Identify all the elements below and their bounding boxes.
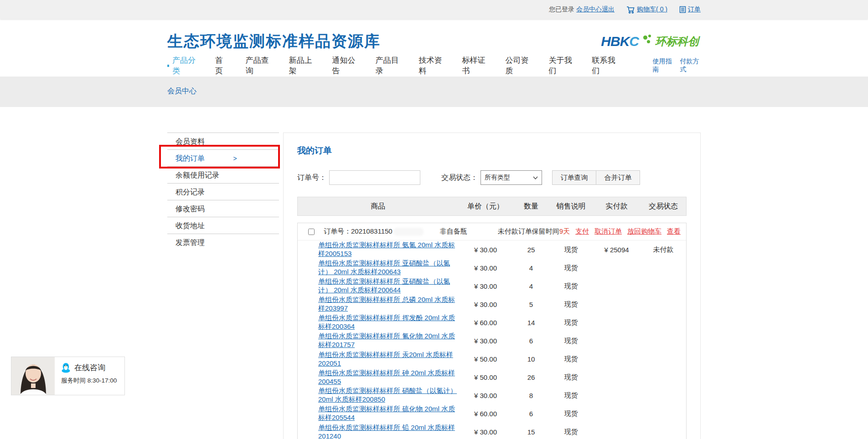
order-item-row: 单组份水质监测标样标样所 氟化物 20ml 水质标样201757 ¥ 30.00… (298, 332, 686, 350)
order-item-row: 单组份水质监测标样标样所 汞20ml 水质标样202051 ¥ 50.00 10… (298, 350, 686, 368)
product-link[interactable]: 单组份水质监测标样标样所 总磷 20ml 水质标样203997 (318, 296, 455, 312)
chat-title: 在线咨询 (74, 362, 105, 373)
item-sale-note: 现货 (549, 428, 593, 436)
trade-status-select[interactable]: 所有类型 (480, 170, 542, 185)
orders-panel: 我的订单 订单号： 交易状态： 所有类型 订单查询 合并订单 商品 (283, 133, 701, 439)
pay-link[interactable]: 支付 (575, 227, 589, 236)
col-header-trade-status: 交易状态 (641, 202, 686, 211)
orders-table-header: 商品 单价（元） 数量 销售说明 实付款 交易状态 (297, 197, 687, 216)
member-sidebar: 会员资料 我的订单 > 余额使用记录 积分记录 修改密码 收货地址 发票管理 (167, 133, 279, 439)
nav-item-contact-us[interactable]: 联系我们 (592, 55, 618, 76)
nav-item-qualifications[interactable]: 公司资质 (505, 55, 531, 76)
nav-payment-method-link[interactable]: 付款方式 (680, 57, 701, 74)
orders-link[interactable]: 订单 (688, 5, 701, 14)
cart-link[interactable]: 购物车( 0 ) (637, 5, 667, 14)
col-header-paid-amount: 实付款 (593, 202, 641, 211)
site-header: 生态环境监测标准样品资源库 HBKC 环标科创 产品分类 首页 产品查询 新品上… (0, 19, 868, 76)
order-no-text: 订单号：20210831150 (324, 227, 393, 236)
member-center-logout-link[interactable]: 会员中心退出 (576, 5, 615, 14)
chevron-down-icon (533, 174, 538, 181)
item-unit-price: ¥ 30.00 (458, 428, 513, 436)
page-title: 我的订单 (297, 145, 687, 157)
order-item-row: 单组份水质监测标样标样所 亚硝酸盐（以氮计） 20ml 水质标样200643 ¥… (298, 259, 686, 277)
product-link[interactable]: 单组份水质监测标样标样所 氟化物 20ml 水质标样201757 (318, 332, 455, 348)
item-unit-price: ¥ 50.00 (458, 355, 513, 363)
order-search-button[interactable]: 订单查询 (552, 170, 596, 185)
item-quantity: 8 (513, 392, 549, 399)
nav-item-technical-docs[interactable]: 技术资料 (418, 55, 444, 76)
online-chat-widget[interactable]: 在线咨询 服务时间 8:30-17:00 (11, 357, 125, 395)
product-link[interactable]: 单组份水质监测标样标样所 硫化物 20ml 水质标样205544 (318, 405, 455, 421)
col-header-sale-note: 销售说明 (549, 202, 593, 211)
item-sale-note: 现货 (549, 318, 593, 327)
item-unit-price: ¥ 30.00 (458, 246, 513, 254)
nav-item-home[interactable]: 首页 (215, 55, 228, 76)
retention-text: 未付款订单保留时间9天 (498, 227, 570, 236)
qq-icon (61, 362, 71, 373)
sidebar-item-points-records[interactable]: 积分记录 (167, 183, 279, 200)
nav-item-announcements[interactable]: 通知公告 (332, 55, 358, 76)
item-sale-note: 现货 (549, 245, 593, 254)
bullet-square-icon (167, 65, 169, 67)
item-unit-price: ¥ 60.00 (458, 410, 513, 418)
login-status-group: 您已登录 会员中心退出 (549, 5, 615, 14)
view-link[interactable]: 查看 (667, 227, 681, 236)
nav-item-about-us[interactable]: 关于我们 (548, 55, 574, 76)
nav-item-product-catalog[interactable]: 产品目录 (376, 55, 402, 76)
item-sale-note: 现货 (549, 355, 593, 363)
sidebar-item-shipping-address[interactable]: 收货地址 (167, 217, 279, 234)
return-to-cart-link[interactable]: 放回购物车 (627, 227, 661, 236)
nav-item-new-arrivals[interactable]: 新品上架 (289, 55, 315, 76)
product-link[interactable]: 单组份水质监测标样标样所 硝酸盐（以氮计） 20ml 水质标样200850 (318, 387, 457, 403)
nav-product-category[interactable]: 产品分类 (167, 55, 198, 76)
sidebar-item-arrow: > (233, 155, 237, 162)
product-link[interactable]: 单组份水质监测标样标样所 铅 20ml 水质标样201240 (318, 424, 455, 439)
chat-service-time: 服务时间 8:30-17:00 (61, 377, 124, 385)
sidebar-item-my-orders[interactable]: 我的订单 > (167, 149, 279, 166)
product-link[interactable]: 单组份水质监测标样标样所 挥发酚 20ml 水质标样200364 (318, 314, 455, 330)
order-no-label: 订单号： (297, 173, 326, 183)
nav-product-category-label: 产品分类 (172, 55, 198, 76)
order-item-row: 单组份水质监测标样标样所 硝酸盐（以氮计） 20ml 水质标样200850 ¥ … (298, 386, 686, 404)
product-link[interactable]: 单组份水质监测标样标样所 亚硝酸盐（以氮计） 20ml 水质标样200644 (318, 277, 450, 294)
nav-item-product-search[interactable]: 产品查询 (246, 55, 272, 76)
item-unit-price: ¥ 30.00 (458, 264, 513, 272)
item-sale-note: 现货 (549, 409, 593, 418)
order-select-checkbox[interactable] (308, 229, 315, 235)
item-sale-note: 现货 (549, 282, 593, 291)
product-link[interactable]: 单组份水质监测标样标样所 亚硝酸盐（以氮计） 20ml 水质标样200643 (318, 259, 450, 276)
order-paid-amount: ¥ 25094 (593, 246, 641, 254)
order-item-row: 单组份水质监测标样标样所 氨氮 20ml 水质标样2005153 ¥ 30.00… (298, 240, 686, 259)
order-no-input[interactable] (329, 170, 420, 185)
product-link[interactable]: 单组份水质监测标样标样所 汞20ml 水质标样202051 (318, 351, 453, 367)
col-header-unit-price: 单价（元） (458, 202, 513, 211)
sidebar-item-change-password[interactable]: 修改密码 (167, 200, 279, 217)
sidebar-item-member-profile[interactable]: 会员资料 (167, 133, 279, 149)
order-trade-status: 未付款 (641, 245, 686, 254)
item-unit-price: ¥ 30.00 (458, 301, 513, 308)
sidebar-item-balance-records[interactable]: 余额使用记录 (167, 166, 279, 183)
product-link[interactable]: 单组份水质监测标样标样所 氨氮 20ml 水质标样2005153 (318, 241, 455, 257)
item-quantity: 6 (513, 410, 549, 418)
brand-logo: HBKC 环标科创 (601, 34, 701, 49)
col-header-product: 商品 (298, 202, 458, 211)
merge-orders-button[interactable]: 合并订单 (596, 170, 640, 185)
order-item-row: 单组份水质监测标样标样所 挥发酚 20ml 水质标样200364 ¥ 60.00… (298, 313, 686, 332)
nav-item-certificates[interactable]: 标样证书 (462, 55, 488, 76)
orders-group[interactable]: 订单 (679, 5, 701, 14)
col-header-quantity: 数量 (513, 202, 549, 211)
product-link[interactable]: 单组份水质监测标样标样所 砷 20ml 水质标样200455 (318, 369, 455, 385)
breadcrumb-member-center[interactable]: 会员中心 (167, 87, 196, 96)
item-quantity: 5 (513, 301, 549, 308)
order-group: 订单号：20210831150 非自备瓶 未付款订单保留时间9天 支付 取消订单… (297, 223, 687, 439)
sidebar-item-invoice-management[interactable]: 发票管理 (167, 234, 279, 250)
nav-user-guide-link[interactable]: 使用指南 (652, 57, 673, 74)
item-sale-note: 现货 (549, 337, 593, 345)
cancel-order-link[interactable]: 取消订单 (594, 227, 622, 236)
item-sale-note: 现货 (549, 300, 593, 309)
item-unit-price: ¥ 60.00 (458, 319, 513, 327)
sidebar-item-label: 修改密码 (176, 205, 205, 213)
item-quantity: 4 (513, 282, 549, 290)
item-quantity: 25 (513, 246, 549, 254)
cart-group[interactable]: 购物车( 0 ) (626, 5, 667, 14)
